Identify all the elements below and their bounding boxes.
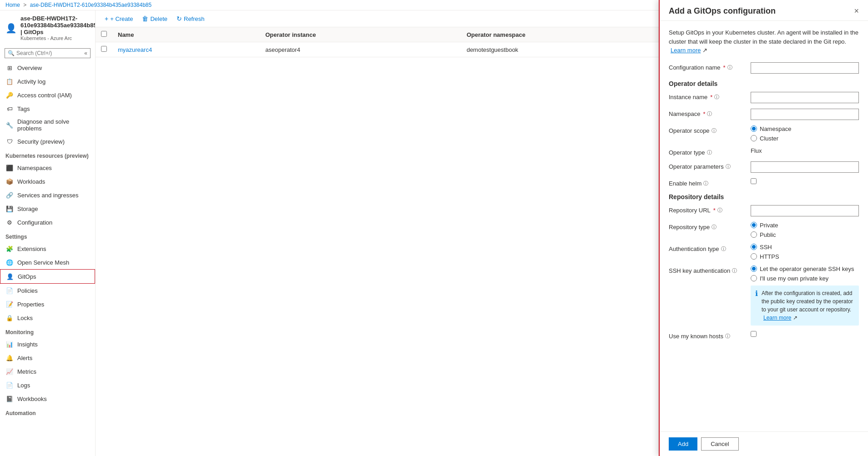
nav-logs[interactable]: 📄 Logs	[0, 378, 95, 392]
collapse-icon[interactable]: «	[84, 50, 87, 56]
ssh-note-learn-more-link[interactable]: Learn more	[763, 315, 791, 321]
config-name-info-icon[interactable]: ⓘ	[727, 64, 732, 71]
instance-name-input[interactable]	[751, 92, 859, 103]
operator-scope-namespace-radio[interactable]	[751, 125, 757, 132]
breadcrumb-sep: >	[23, 2, 28, 8]
row-name-link[interactable]: myazurearc4	[118, 46, 152, 53]
locks-icon: 🔒	[5, 314, 14, 322]
nav-diagnose[interactable]: 🔧 Diagnose and solve problems	[0, 115, 95, 135]
ssh-key-own-radio[interactable]	[751, 275, 757, 281]
ssh-key-auth-info-icon[interactable]: ⓘ	[732, 267, 737, 274]
operator-scope-cluster-radio[interactable]	[751, 135, 757, 141]
repo-type-public[interactable]: Public	[751, 231, 859, 238]
config-name-input[interactable]	[751, 62, 859, 74]
nav-gitops[interactable]: 👤 GitOps	[0, 269, 95, 284]
known-hosts-info-icon[interactable]: ⓘ	[725, 333, 730, 340]
cancel-button[interactable]: Cancel	[701, 437, 738, 451]
nav-policies[interactable]: 📄 Policies	[0, 284, 95, 297]
repo-type-public-radio[interactable]	[751, 231, 757, 238]
select-all-checkbox[interactable]	[101, 31, 107, 37]
nav-tags[interactable]: 🏷 Tags	[0, 102, 95, 115]
search-box[interactable]: 🔍 «	[5, 48, 91, 58]
nav-open-service-mesh[interactable]: 🌐 Open Service Mesh	[0, 256, 95, 269]
breadcrumb-resource[interactable]: ase-DBE-HWDH1T2-610e93384b435ae93384b85	[30, 2, 152, 8]
auth-type-info-icon[interactable]: ⓘ	[721, 246, 726, 252]
auth-type-https[interactable]: HTTPS	[751, 253, 859, 260]
auth-type-row: Authentication type ⓘ SSH HTTPS	[669, 244, 859, 260]
operator-params-input[interactable]	[751, 161, 859, 173]
auth-type-ssh-radio[interactable]	[751, 244, 757, 250]
repo-url-control	[751, 205, 859, 216]
repo-type-info-icon[interactable]: ⓘ	[712, 224, 717, 231]
nav-storage[interactable]: 💾 Storage	[0, 202, 95, 215]
nav-configuration[interactable]: ⚙ Configuration	[0, 215, 95, 229]
breadcrumb-home[interactable]: Home	[5, 2, 20, 8]
nav-properties[interactable]: 📝 Properties	[0, 297, 95, 311]
storage-icon: 💾	[5, 205, 14, 213]
logs-icon: 📄	[5, 381, 14, 389]
delete-button[interactable]: 🗑 Delete	[138, 13, 171, 24]
operator-type-info-icon[interactable]: ⓘ	[707, 149, 712, 156]
nav-security[interactable]: 🛡 Security (preview)	[0, 135, 95, 148]
nav-locks[interactable]: 🔒 Locks	[0, 311, 95, 325]
nav-activity-log[interactable]: 📋 Activity log	[0, 75, 95, 88]
nav-workbooks[interactable]: 📓 Workbooks	[0, 392, 95, 406]
sidebar-resource-subtitle: Kubernetes - Azure Arc	[20, 35, 96, 41]
learn-more-link[interactable]: Learn more	[671, 47, 701, 54]
namespace-input[interactable]	[751, 109, 859, 120]
repo-type-private[interactable]: Private	[751, 222, 859, 229]
enable-helm-info-icon[interactable]: ⓘ	[703, 180, 708, 187]
required-star-instance: *	[710, 94, 712, 100]
repo-url-info-icon[interactable]: ⓘ	[717, 207, 722, 214]
refresh-button[interactable]: ↻ Refresh	[173, 13, 208, 24]
operator-scope-cluster[interactable]: Cluster	[751, 135, 859, 142]
section-kubernetes: Kubernetes resources (preview)	[0, 148, 95, 161]
nav-alerts[interactable]: 🔔 Alerts	[0, 351, 95, 365]
operator-scope-control: Namespace Cluster	[751, 125, 859, 142]
repo-type-private-radio[interactable]	[751, 222, 757, 228]
nav-extensions[interactable]: 🧩 Extensions	[0, 242, 95, 256]
panel-close-button[interactable]: ×	[854, 10, 859, 16]
create-button[interactable]: + + Create	[101, 13, 136, 24]
nav-access-control[interactable]: 🔑 Access control (IAM)	[0, 88, 95, 102]
nav-workloads[interactable]: 📦 Workloads	[0, 175, 95, 188]
auth-type-control: SSH HTTPS	[751, 244, 859, 260]
tags-icon: 🏷	[5, 105, 14, 113]
workbooks-icon: 📓	[5, 395, 14, 403]
info-note-icon: ℹ	[755, 289, 758, 298]
nav-services[interactable]: 🔗 Services and ingresses	[0, 188, 95, 202]
gitops-panel: Add a GitOps configuration × Setup GitOp…	[659, 10, 868, 456]
nav-metrics[interactable]: 📈 Metrics	[0, 365, 95, 378]
row-operator-instance: aseoperator4	[260, 42, 461, 57]
sidebar-header: 👤 ase-DBE-HWDH1T2-610e93384b435ae93384b8…	[0, 10, 95, 45]
auth-type-https-radio[interactable]	[751, 253, 757, 260]
col-operator-instance: Operator instance	[260, 27, 461, 42]
config-name-row: Configuration name * ⓘ	[669, 62, 859, 74]
row-checkbox[interactable]	[101, 46, 107, 52]
namespace-info-icon[interactable]: ⓘ	[707, 110, 712, 117]
operator-type-value: Flux	[751, 145, 762, 154]
repo-type-row: Repository type ⓘ Private Public	[669, 222, 859, 238]
known-hosts-checkbox[interactable]	[751, 331, 757, 337]
nav-overview[interactable]: ⊞ Overview	[0, 61, 95, 75]
nav-insights[interactable]: 📊 Insights	[0, 337, 95, 351]
operator-scope-namespace[interactable]: Namespace	[751, 125, 859, 132]
nav-namespaces[interactable]: ⬛ Namespaces	[0, 161, 95, 175]
namespace-label: Namespace * ⓘ	[669, 109, 751, 117]
ssh-key-generate[interactable]: Let the operator generate SSH keys	[751, 266, 859, 272]
instance-name-control	[751, 92, 859, 103]
auth-type-ssh[interactable]: SSH	[751, 244, 859, 251]
add-button[interactable]: Add	[669, 437, 697, 451]
required-star-repo-url: *	[713, 207, 716, 214]
operator-scope-info-icon[interactable]: ⓘ	[712, 127, 717, 134]
search-input[interactable]	[16, 50, 84, 56]
ssh-key-own[interactable]: I'll use my own private key	[751, 275, 859, 282]
overview-icon: ⊞	[5, 64, 14, 72]
repository-details-title: Repository details	[669, 193, 859, 200]
instance-name-info-icon[interactable]: ⓘ	[714, 94, 719, 100]
repo-url-input[interactable]	[751, 205, 859, 216]
config-name-control	[751, 62, 859, 74]
ssh-key-generate-radio[interactable]	[751, 266, 757, 272]
enable-helm-checkbox[interactable]	[751, 178, 757, 184]
operator-params-info-icon[interactable]: ⓘ	[726, 163, 731, 170]
